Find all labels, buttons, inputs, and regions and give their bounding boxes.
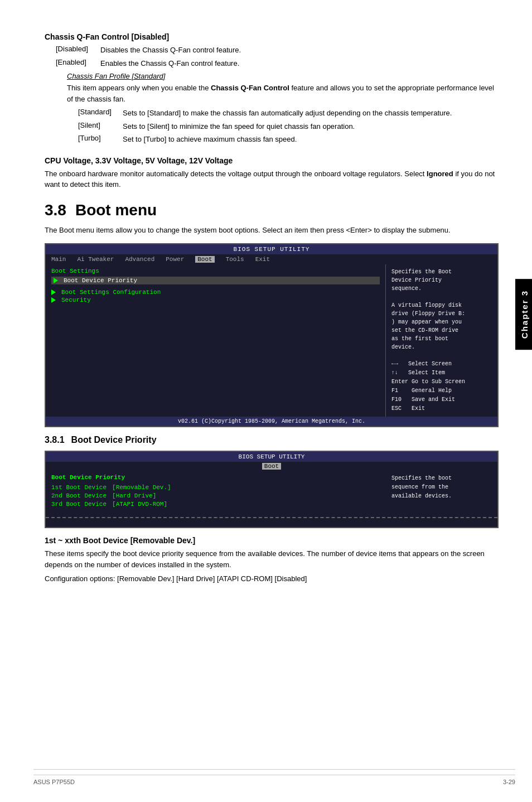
bios-left-panel: Boot Settings Boot Device Priority Boot … xyxy=(46,264,386,417)
boot-device-priority-num: 3.8.1 xyxy=(45,435,65,445)
bios-boot-device-label: Boot Device Priority xyxy=(64,277,137,284)
boot-device-config: Configuration options: [Removable Dev.] … xyxy=(45,573,499,584)
bios-3rd-boot-label: 3rd Boot Device xyxy=(51,501,107,508)
bios-right-line-5: drive (Floppy Drive B: xyxy=(391,310,492,318)
bios-footer: v02.61 (C)Copyright 1985-2009, American … xyxy=(46,417,497,426)
chassis-enabled-desc: Enables the Chassis Q-Fan control featur… xyxy=(100,58,499,69)
boot-menu-desc: The Boot menu items allow you to change … xyxy=(45,225,499,236)
bios-right-line-6: ) may appear when you xyxy=(391,318,492,326)
bios-nav-main: Main xyxy=(51,256,66,263)
boot-device-section-title: 1st ~ xxth Boot Device [Removable Dev.] xyxy=(45,536,499,545)
footer-divider xyxy=(33,769,515,770)
chassis-standard-desc: Sets to [Standard] to make the chassis f… xyxy=(123,108,499,119)
footer-right: 3-29 xyxy=(503,779,515,785)
chassis-qfan-title: Chassis Q-Fan Control [Disabled] xyxy=(45,32,499,41)
boot-menu-title: Boot menu xyxy=(75,201,157,219)
bios-nav-boot: Boot xyxy=(195,256,214,263)
bios-box2-header: BIOS SETUP UTILITY xyxy=(46,452,497,462)
bios-2nd-boot-row: 2nd Boot Device [Hard Drive] xyxy=(51,492,380,499)
bios-nav-tools: Tools xyxy=(226,256,244,263)
bios-nav-exit: Exit xyxy=(255,256,270,263)
chassis-enabled-label: [Enabled] xyxy=(56,58,100,69)
bios-box2-nav: Boot xyxy=(46,462,497,471)
bios-boot-settings-cfg-item: Boot Settings Configuration xyxy=(51,289,380,296)
chassis-silent-row: [Silent] Sets to [Silent] to minimize th… xyxy=(78,121,499,132)
boot-menu-heading: 3.8 Boot menu xyxy=(45,201,499,219)
bios-right-line-4: A virtual floppy disk xyxy=(391,301,492,310)
bios-nav-power: Power xyxy=(166,256,184,263)
chassis-disabled-label: [Disabled] xyxy=(56,45,100,56)
bios-security-item: Security xyxy=(51,297,380,303)
bios-boot-settings-cfg-label: Boot Settings Configuration xyxy=(61,289,161,296)
bios-boot-settings-title: Boot Settings xyxy=(51,268,380,274)
bios-right-line-8: as the first boot xyxy=(391,335,492,343)
bios-box2-right: Specifies the boot sequence from the ava… xyxy=(391,474,492,509)
bios-1st-boot-value: [Removable Dev.] xyxy=(112,484,171,491)
bios-1st-boot-row: 1st Boot Device [Removable Dev.] xyxy=(51,484,380,491)
bios-3rd-boot-value: [ATAPI DVD-ROM] xyxy=(112,501,167,508)
chassis-turbo-label: [Turbo] xyxy=(78,134,123,145)
chassis-profile-label: Chassis Fan Profile [Standard] xyxy=(67,72,499,80)
bios-nav-ai: Ai Tweaker xyxy=(77,256,114,263)
bios-right-keys: ←→ Select Screen ↑↓ Select Item Enter Go… xyxy=(391,360,492,413)
bios-right-line-2: Device Priority xyxy=(391,276,492,284)
boot-device-priority-title: Boot Device Priority xyxy=(71,435,157,445)
bios-dashed-divider xyxy=(46,517,497,518)
chassis-standard-row: [Standard] Sets to [Standard] to make th… xyxy=(78,108,499,119)
bios-header: BIOS SETUP UTILITY xyxy=(46,244,497,254)
bios-box2-right-1: Specifies the boot xyxy=(391,474,492,483)
footer-left: ASUS P7P55D xyxy=(33,779,75,785)
bios-2nd-boot-label: 2nd Boot Device xyxy=(51,492,107,499)
chapter-tab: Chapter 3 xyxy=(515,279,532,350)
arrow-icon-3 xyxy=(51,297,56,303)
chassis-disabled-desc: Disables the Chassis Q-Fan control featu… xyxy=(100,45,499,56)
chassis-turbo-row: [Turbo] Set to [Turbo] to achieve maximu… xyxy=(78,134,499,145)
bios-box2-boot-tab: Boot xyxy=(262,463,281,470)
bios-boot-settings-config: Boot Settings Configuration Security xyxy=(51,289,380,303)
bios-3rd-boot-row: 3rd Boot Device [ATAPI DVD-ROM] xyxy=(51,501,380,508)
bios-right-panel: Specifies the Boot Device Priority seque… xyxy=(386,264,497,417)
chassis-turbo-desc: Set to [Turbo] to achieve maximum chassi… xyxy=(123,134,499,145)
boot-menu-num: 3.8 xyxy=(45,201,66,219)
cpu-voltage-title: CPU Voltage, 3.3V Voltage, 5V Voltage, 1… xyxy=(45,156,499,165)
bios-box-main: BIOS SETUP UTILITY Main Ai Tweaker Advan… xyxy=(45,243,499,427)
bios-content: Boot Settings Boot Device Priority Boot … xyxy=(46,264,497,417)
bios-box2-right-3: available devices. xyxy=(391,492,492,501)
boot-device-priority-heading: 3.8.1 Boot Device Priority xyxy=(45,435,499,445)
bios-box2-left: Boot Device Priority 1st Boot Device [Re… xyxy=(51,474,380,509)
bios-right-line-9: device. xyxy=(391,343,492,351)
bios-box2-right-2: sequence from the xyxy=(391,483,492,492)
bios-2nd-boot-value: [Hard Drive] xyxy=(112,492,156,499)
bios-right-line-7: set the CD-ROM drive xyxy=(391,326,492,335)
arrow-icon-2 xyxy=(51,289,56,295)
bios-boot-device-priority: Boot Device Priority xyxy=(51,277,380,284)
footer-bar: ASUS P7P55D 3-29 xyxy=(33,775,515,785)
boot-device-section-desc: These items specify the boot device prio… xyxy=(45,548,499,570)
bios-security-label: Security xyxy=(61,297,91,303)
cpu-voltage-desc: The onboard hardware monitor automatical… xyxy=(45,168,499,190)
bios-box2-content: Boot Device Priority 1st Boot Device [Re… xyxy=(46,471,497,513)
bios-1st-boot-label: 1st Boot Device xyxy=(51,484,107,491)
chassis-profile-intro: This item appears only when you enable t… xyxy=(67,83,499,104)
chassis-disabled-row: [Disabled] Disables the Chassis Q-Fan co… xyxy=(56,45,499,56)
chassis-silent-label: [Silent] xyxy=(78,121,123,132)
bios-right-line-1: Specifies the Boot xyxy=(391,268,492,276)
bios-nav-advanced: Advanced xyxy=(125,256,154,263)
bios-box-device: BIOS SETUP UTILITY Boot Boot Device Prio… xyxy=(45,451,499,528)
bios-nav: Main Ai Tweaker Advanced Power Boot Tool… xyxy=(46,254,497,264)
bios-right-line-3: sequence. xyxy=(391,284,492,293)
bios-device-priority-title: Boot Device Priority xyxy=(51,474,380,481)
chassis-silent-desc: Sets to [Silent] to minimize the fan spe… xyxy=(123,121,499,132)
arrow-icon xyxy=(54,278,58,283)
chassis-standard-label: [Standard] xyxy=(78,108,123,119)
chassis-enabled-row: [Enabled] Enables the Chassis Q-Fan cont… xyxy=(56,58,499,69)
